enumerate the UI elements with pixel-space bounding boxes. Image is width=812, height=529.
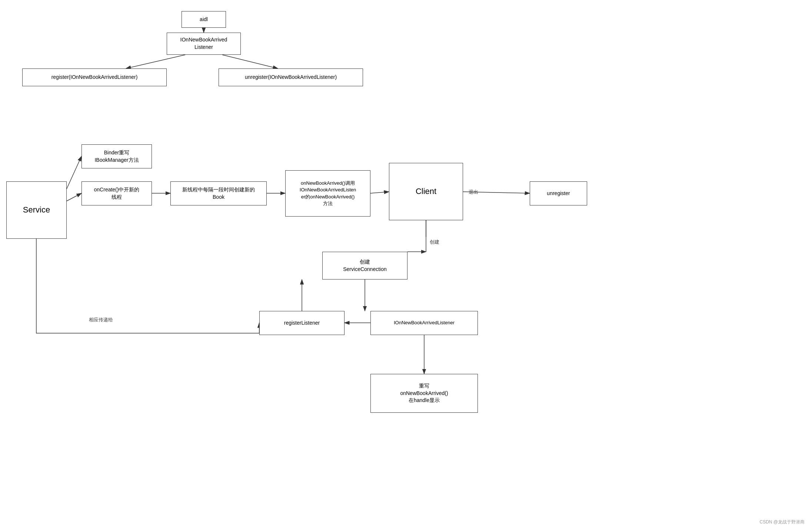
register-method-box: register(IOnNewBookArrivedListener) [22, 68, 167, 86]
unregister-box: unregister [530, 181, 587, 205]
pass-label: 相应传递给 [89, 317, 113, 323]
svg-line-3 [126, 55, 185, 68]
svg-line-6 [67, 193, 81, 201]
service-box: Service [6, 181, 67, 239]
register-listener-box: registerListener [259, 311, 345, 335]
create-label: 创建 [430, 239, 439, 245]
listener-aidl-box: IOnNewBookArrivedListener [167, 33, 241, 55]
svg-line-5 [67, 156, 81, 189]
service-connection-box: 创建ServiceConnection [322, 252, 407, 279]
quit-label: 退出 [469, 189, 478, 195]
svg-line-9 [370, 192, 389, 193]
new-thread-book-box: 新线程中每隔一段时间创建新的Book [170, 181, 267, 205]
rewrite-box: 重写onNewBookArrived()在handle显示 [370, 374, 478, 413]
unregister-method-box: unregister(IOnNewBookArrivedListener) [219, 68, 363, 86]
oncreate-thread-box: onCreate()中开新的线程 [81, 181, 152, 205]
svg-line-4 [222, 55, 278, 68]
on-new-book-arrived-call-box: onNewBookArrived()调用IOnNewBookArrivedLis… [285, 170, 370, 217]
diagram-container: aidl IOnNewBookArrivedListener register(… [0, 0, 812, 529]
ionewbookarrived-listener-box: IOnNewBookArrivedListener [370, 311, 478, 335]
binder-rewrite-box: Binder重写IBookManager方法 [81, 144, 152, 168]
client-box: Client [389, 163, 463, 220]
watermark: CSDN @龙战于野潜商 [759, 519, 805, 525]
aidl-box: aidl [182, 11, 226, 28]
